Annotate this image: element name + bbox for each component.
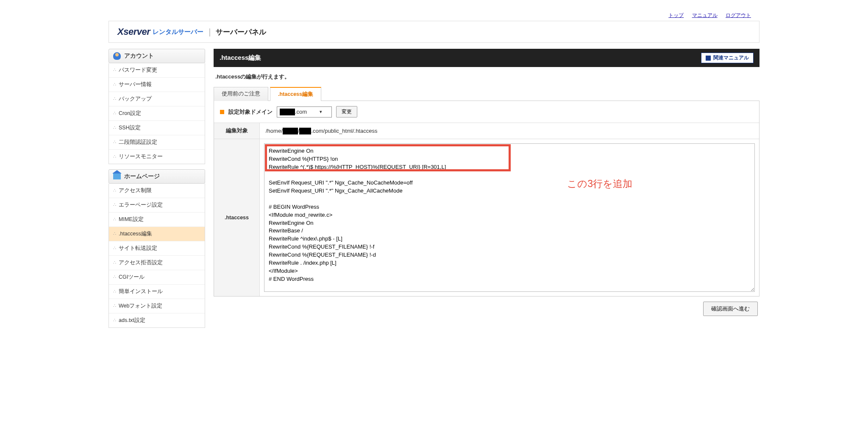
manual-link[interactable]: マニュアル bbox=[692, 12, 718, 18]
panel-title: サーバーパネル bbox=[216, 27, 266, 37]
path-suffix: .com/public_html/.htaccess bbox=[311, 128, 377, 134]
header: Xserver レンタルサーバー | サーバーパネル bbox=[108, 21, 760, 43]
confirm-button[interactable]: 確認画面へ進む bbox=[703, 302, 758, 316]
page-title-bar: .htaccess編集 関連マニュアル bbox=[214, 49, 760, 67]
sidebar-item-ssh[interactable]: SSH設定 bbox=[109, 121, 205, 135]
sidebar-header-homepage: ホームページ bbox=[108, 169, 205, 184]
page-description: .htaccessの編集が行えます。 bbox=[214, 67, 760, 87]
target-path: /home/ / .com/public_html/.htaccess bbox=[260, 123, 759, 139]
top-nav: トップ マニュアル ログアウト bbox=[108, 8, 760, 19]
redacted-domain bbox=[280, 109, 295, 115]
bullet-icon bbox=[220, 110, 224, 114]
form-box: 設定対象ドメイン .com ▾ 変更 編集対象 /home/ bbox=[214, 101, 760, 297]
path-prefix: /home/ bbox=[266, 128, 283, 134]
manual-icon bbox=[706, 56, 711, 61]
htaccess-cell bbox=[260, 139, 759, 296]
sidebar-item-deny[interactable]: アクセス拒否設定 bbox=[109, 256, 205, 270]
domain-select[interactable]: .com ▾ bbox=[277, 106, 332, 117]
logo-rental: レンタルサーバー bbox=[153, 28, 203, 36]
sidebar-item-cgi[interactable]: CGIツール bbox=[109, 270, 205, 285]
button-row: 確認画面へ進む bbox=[214, 302, 760, 316]
sidebar-item-password[interactable]: パスワード変更 bbox=[109, 63, 205, 78]
sidebar-item-resource[interactable]: リソースモニター bbox=[109, 150, 205, 164]
domain-suffix: .com bbox=[295, 109, 307, 115]
redacted-domain2 bbox=[299, 128, 311, 134]
person-icon bbox=[113, 52, 121, 60]
domain-label: 設定対象ドメイン bbox=[228, 108, 273, 116]
manual-btn-label: 関連マニュアル bbox=[713, 54, 749, 62]
htaccess-row: .htaccess bbox=[214, 139, 759, 296]
sidebar-item-mime[interactable]: MIME設定 bbox=[109, 213, 205, 227]
sidebar-item-backup[interactable]: バックアップ bbox=[109, 92, 205, 106]
sidebar-item-webfont[interactable]: Webフォント設定 bbox=[109, 299, 205, 313]
main-content: .htaccess編集 関連マニュアル .htaccessの編集が行えます。 使… bbox=[214, 49, 760, 331]
sidebar-group-homepage: アクセス制限 エラーページ設定 MIME設定 .htaccess編集 サイト転送… bbox=[108, 184, 205, 328]
change-button[interactable]: 変更 bbox=[336, 106, 357, 117]
sidebar-header-account: アカウント bbox=[108, 49, 205, 63]
sidebar-section-title: アカウント bbox=[124, 52, 154, 60]
sidebar-group-account: パスワード変更 サーバー情報 バックアップ Cron設定 SSH設定 二段階認証… bbox=[108, 63, 205, 164]
redacted-user bbox=[283, 128, 298, 134]
sidebar-item-cron[interactable]: Cron設定 bbox=[109, 106, 205, 121]
home-icon bbox=[113, 173, 121, 179]
sidebar-item-access[interactable]: アクセス制限 bbox=[109, 184, 205, 198]
top-link[interactable]: トップ bbox=[668, 12, 684, 18]
logo-brand: Xserver bbox=[117, 26, 150, 37]
target-label: 編集対象 bbox=[214, 123, 260, 139]
sidebar-item-errorpage[interactable]: エラーページ設定 bbox=[109, 198, 205, 213]
sidebar-item-adstxt[interactable]: ads.txt設定 bbox=[109, 313, 205, 327]
logout-link[interactable]: ログアウト bbox=[726, 12, 751, 18]
sidebar-item-2fa[interactable]: 二段階認証設定 bbox=[109, 135, 205, 150]
sidebar-item-htaccess[interactable]: .htaccess編集 bbox=[109, 227, 205, 241]
htaccess-textarea[interactable] bbox=[264, 143, 755, 292]
page-title: .htaccess編集 bbox=[220, 54, 261, 62]
chevron-down-icon: ▾ bbox=[320, 109, 322, 115]
htaccess-label: .htaccess bbox=[214, 139, 260, 296]
divider: | bbox=[209, 27, 211, 37]
tab-htaccess-edit[interactable]: .htaccess編集 bbox=[270, 87, 321, 101]
domain-row: 設定対象ドメイン .com ▾ 変更 bbox=[214, 101, 759, 123]
tabs: 使用前のご注意 .htaccess編集 bbox=[214, 87, 760, 101]
target-row: 編集対象 /home/ / .com/public_html/.htaccess bbox=[214, 123, 759, 139]
sidebar-section-title: ホームページ bbox=[124, 173, 160, 180]
sidebar-item-easyinstall[interactable]: 簡単インストール bbox=[109, 285, 205, 299]
sidebar-item-redirect[interactable]: サイト転送設定 bbox=[109, 241, 205, 256]
sidebar-item-serverinfo[interactable]: サーバー情報 bbox=[109, 78, 205, 92]
annotation-text: この3行を追加 bbox=[567, 177, 632, 190]
sidebar: アカウント パスワード変更 サーバー情報 バックアップ Cron設定 SSH設定… bbox=[108, 49, 205, 331]
tab-notice[interactable]: 使用前のご注意 bbox=[214, 87, 268, 101]
related-manual-button[interactable]: 関連マニュアル bbox=[701, 53, 754, 63]
